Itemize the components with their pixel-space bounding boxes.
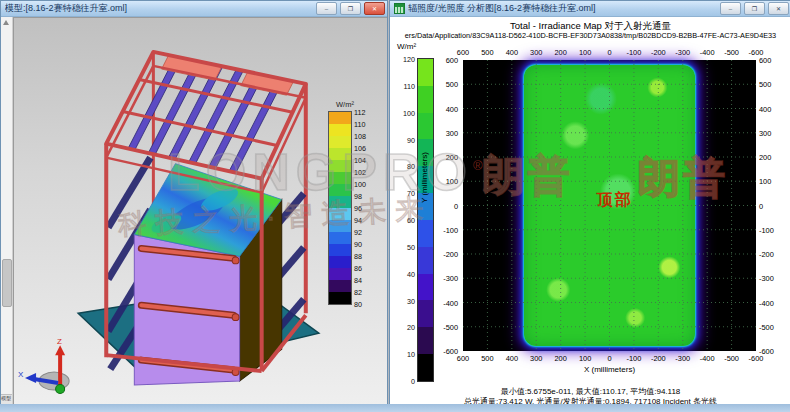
tick-label: 600: [759, 56, 771, 65]
tick-label: 500: [446, 80, 458, 89]
colorbar-segment: [418, 327, 433, 354]
colorbar-segment: [329, 292, 351, 304]
tick-label: 112: [354, 108, 365, 117]
colorbar-segment: [329, 184, 351, 196]
model-window-title: 模型:[8.16-2赛特稳往升室.oml]: [5, 2, 313, 15]
colorbar-segment: [329, 244, 351, 256]
tick-label: 0: [607, 354, 611, 363]
x-axis-ticks-bottom: 6005004003002001000-100-200-300-400-500-…: [463, 354, 756, 363]
colorbar-segment: [329, 148, 351, 160]
tick-label: -500: [759, 322, 774, 331]
irradiance-blob: 顶部: [524, 65, 695, 346]
model-3d-viewport[interactable]: Z X W/m² 1121101081061041021009896949290…: [13, 17, 387, 407]
scroll-up-icon[interactable]: [3, 20, 9, 25]
x-axis-label: X: [18, 370, 24, 379]
tick-label: 0: [454, 201, 458, 210]
tick-label: -500: [724, 48, 739, 57]
tick-label: 200: [554, 354, 566, 363]
colorbar-segment: [329, 232, 351, 244]
minimize-button[interactable]: ‒: [316, 2, 337, 15]
tick-label: 80: [407, 162, 415, 171]
stats-line-1: 最小值:5.6755e-011, 最大值:110.17, 平均值:94.118: [390, 387, 790, 397]
tick-label: 20: [407, 323, 415, 332]
tick-label: -100: [759, 225, 774, 234]
map-window-titlebar[interactable]: 辐照度/光照度 分析图[8.16-2赛特稳往升室.oml] ‒ ❐ ✕: [390, 1, 790, 17]
window-frame-strip: [0, 404, 790, 412]
tick-label: 102: [354, 168, 366, 177]
tick-label: -400: [700, 354, 715, 363]
colorbar-segment: [329, 280, 351, 292]
restore-button[interactable]: ❐: [340, 2, 361, 15]
irradiance-plot-area[interactable]: 顶部: [463, 60, 756, 351]
tick-label: 600: [457, 48, 469, 57]
x-axis-title: X (millimeters): [463, 365, 756, 374]
tick-label: 500: [481, 354, 493, 363]
close-button[interactable]: ✕: [364, 2, 385, 15]
tick-label: 0: [607, 48, 611, 57]
y-axis-ticks-right: 6005004003002001000-100-200-300-400-500-…: [759, 60, 781, 351]
model-window: 模型:[8.16-2赛特稳往升室.oml] ‒ ❐ ✕ 模型: [0, 0, 388, 408]
tick-label: -200: [651, 354, 666, 363]
colorbar-segments: [329, 112, 351, 304]
map-window-title: 辐照度/光照度 分析图[8.16-2赛特稳往升室.oml]: [408, 2, 717, 15]
tick-label: 600: [446, 56, 458, 65]
tick-label: 300: [446, 128, 458, 137]
colorbar-segment: [329, 208, 351, 220]
colorbar-segment: [329, 256, 351, 268]
tick-label: -200: [759, 250, 774, 259]
tick-label: 200: [759, 153, 771, 162]
minimize-button[interactable]: ‒: [720, 2, 741, 15]
colorbar-segment: [418, 86, 433, 113]
tick-label: -400: [700, 48, 715, 57]
tick-label: 94: [354, 216, 362, 225]
tick-label: 300: [530, 354, 542, 363]
tick-label: 70: [407, 189, 415, 198]
colorbar-segment: [418, 220, 433, 247]
annotation-top-label: 顶部: [597, 189, 633, 210]
tick-label: 90: [407, 135, 415, 144]
tick-label: 120: [403, 55, 415, 64]
x-axis-ticks-top: 6005004003002001000-100-200-300-400-500-…: [463, 48, 756, 57]
tick-label: 200: [446, 153, 458, 162]
maximize-button[interactable]: ❐: [744, 2, 765, 15]
tick-label: 96: [354, 204, 362, 213]
tick-label: 100: [579, 48, 591, 57]
tick-label: 500: [759, 80, 771, 89]
tick-label: -600: [443, 347, 458, 356]
tick-label: 110: [354, 120, 365, 129]
tick-label: -300: [675, 48, 690, 57]
tick-label: 108: [354, 132, 366, 141]
colorbar-segment: [418, 274, 433, 301]
tick-label: -500: [724, 354, 739, 363]
colorbar-segment: [329, 172, 351, 184]
colorbar-segment: [329, 268, 351, 280]
tick-label: 88: [354, 252, 362, 261]
tick-label: 82: [354, 288, 362, 297]
tick-label: 90: [354, 240, 362, 249]
tick-label: -300: [675, 354, 690, 363]
colorbar-unit: W/m²: [397, 42, 416, 51]
tick-label: -300: [759, 274, 774, 283]
y-axis-ticks-left: 6005004003002001000-100-200-300-400-500-…: [436, 60, 458, 351]
model-window-titlebar[interactable]: 模型:[8.16-2赛特稳往升室.oml] ‒ ❐ ✕: [1, 1, 387, 17]
close-button[interactable]: ✕: [768, 2, 789, 15]
y-axis-ball: [56, 385, 65, 394]
tick-label: 100: [759, 177, 771, 186]
map-file-path: ers/Data/Application/83C9A118-D562-410D-…: [390, 31, 790, 40]
colorbar-segments: [418, 59, 433, 381]
colorbar-segment: [329, 124, 351, 136]
scrollbar-thumb[interactable]: [2, 259, 12, 307]
tick-label: 400: [446, 104, 458, 113]
tick-label: -300: [443, 274, 458, 283]
tick-label: 110: [404, 81, 415, 90]
tick-label: 80: [354, 300, 362, 309]
z-axis-label: Z: [57, 337, 62, 346]
colorbar-segment: [329, 112, 351, 124]
colorbar-segment: [418, 113, 433, 140]
colorbar-segment: [418, 300, 433, 327]
tick-label: 10: [407, 350, 415, 359]
tick-label: 106: [354, 144, 366, 153]
colorbar-segment: [418, 247, 433, 274]
model-tree-scrollbar[interactable]: 模型: [1, 17, 13, 407]
tick-label: -200: [651, 48, 666, 57]
